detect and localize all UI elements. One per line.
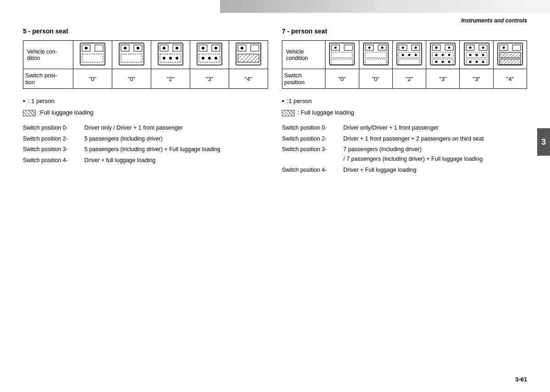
left-switch-descriptions: Switch position 0- Driver only / Driver … <box>23 123 268 165</box>
right-switch-val-5: "3" <box>460 69 493 89</box>
right-switch-val-4: "3" <box>426 69 460 89</box>
page-number: 3-61 <box>515 376 527 383</box>
svg-point-81 <box>469 61 471 63</box>
svg-point-51 <box>402 47 404 49</box>
switch-position-label: Switch posi-tion <box>23 69 73 89</box>
right-icon-cell-1 <box>325 41 359 69</box>
svg-rect-35 <box>330 43 354 65</box>
svg-rect-39 <box>331 52 352 58</box>
svg-point-27 <box>208 57 211 60</box>
right-section-title: 7 - person seat <box>282 27 527 35</box>
luggage-icon <box>23 110 36 116</box>
svg-point-38 <box>335 47 337 49</box>
legend-person-item: • : 1 person <box>23 96 268 106</box>
left-switch-line-4: Switch position 4- Driver + full luggage… <box>23 156 268 165</box>
right-legend: • :1 person : Full luggage loading <box>282 96 527 118</box>
svg-point-75 <box>482 47 484 49</box>
svg-point-17 <box>163 57 165 60</box>
right-table-row-switch: Switchposition "0" "0" "2" "3" "3" "4" <box>282 69 527 89</box>
right-switch-descriptions: Switch position 0- Driver only/Driver + … <box>282 123 527 174</box>
svg-point-70 <box>448 61 451 63</box>
right-icon-cell-3 <box>392 41 426 69</box>
svg-rect-47 <box>365 59 386 65</box>
right-switch-line-0: Switch position 0- Driver only/Driver + … <box>282 123 527 133</box>
svg-point-88 <box>502 47 505 49</box>
svg-point-56 <box>414 54 417 56</box>
right-luggage-icon <box>282 110 295 116</box>
svg-point-65 <box>442 54 444 56</box>
main-content: 5 - person seat Vehicle con-dition <box>23 27 527 369</box>
left-switch-line-3: Switch position 3- 5 passengers (includi… <box>23 145 268 154</box>
svg-point-66 <box>448 54 451 56</box>
right-icon-cell-5 <box>460 41 493 69</box>
right-legend-person-item: • :1 person <box>282 96 527 106</box>
right-seat-table: Vehiclecondition <box>282 40 527 89</box>
svg-point-24 <box>214 47 217 49</box>
svg-point-19 <box>176 57 178 60</box>
svg-point-79 <box>482 54 484 56</box>
icon-cell-2 <box>112 41 151 69</box>
left-section-title: 5 - person seat <box>23 27 268 35</box>
page-header: Instruments and controls <box>461 17 527 24</box>
right-switch-position-label: Switchposition <box>282 69 325 89</box>
switch-val-3: "2" <box>151 69 190 89</box>
svg-point-26 <box>202 57 204 60</box>
svg-rect-89 <box>500 52 521 58</box>
right-switch-val-6: "4" <box>493 69 527 89</box>
svg-rect-87 <box>512 45 521 50</box>
svg-rect-2 <box>95 45 103 51</box>
svg-point-44 <box>368 47 370 49</box>
svg-point-32 <box>241 47 243 49</box>
svg-point-15 <box>176 47 178 49</box>
svg-rect-40 <box>331 59 352 65</box>
right-switch-val-1: "0" <box>325 69 359 89</box>
svg-point-64 <box>435 54 438 56</box>
svg-rect-33 <box>238 54 259 62</box>
svg-point-82 <box>475 61 478 63</box>
svg-point-14 <box>163 47 165 49</box>
svg-point-3 <box>85 47 88 49</box>
svg-point-8 <box>124 47 126 49</box>
svg-point-78 <box>475 54 478 56</box>
svg-point-69 <box>442 61 444 63</box>
svg-rect-10 <box>121 54 142 62</box>
svg-point-28 <box>214 57 217 60</box>
svg-point-74 <box>469 47 471 49</box>
svg-point-61 <box>435 47 438 49</box>
svg-point-68 <box>435 61 438 63</box>
right-switch-line-2: Switch position 2- Driver + 1 front pass… <box>282 134 527 144</box>
svg-point-54 <box>402 54 404 56</box>
icon-cell-4 <box>190 41 229 69</box>
icon-cell-1 <box>73 41 112 69</box>
switch-val-5: "4" <box>229 69 268 89</box>
left-seat-table: Vehicle con-dition <box>23 40 268 89</box>
switch-val-4: "3" <box>190 69 229 89</box>
chapter-tab: 3 <box>537 128 550 156</box>
right-section: 7 - person seat Vehiclecondition <box>282 27 527 369</box>
legend-luggage-item: :Full luggage loading <box>23 108 268 118</box>
vehicle-condition-label: Vehicle con-dition <box>23 41 73 69</box>
right-icon-cell-4 <box>426 41 460 69</box>
svg-point-18 <box>169 57 172 60</box>
left-switch-line-0: Switch position 0- Driver only / Driver … <box>23 123 268 133</box>
top-gradient-bar <box>220 0 550 13</box>
right-switch-val-2: "0" <box>359 69 392 89</box>
svg-point-52 <box>414 47 417 49</box>
svg-point-55 <box>408 54 410 56</box>
svg-rect-4 <box>82 54 103 62</box>
left-section: 5 - person seat Vehicle con-dition <box>23 27 268 369</box>
right-icon-cell-6 <box>493 41 527 69</box>
right-table-row-icons: Vehiclecondition <box>282 41 527 69</box>
table-row-icons: Vehicle con-dition <box>23 41 268 69</box>
right-legend-luggage-item: : Full luggage loading <box>282 108 527 118</box>
svg-point-62 <box>448 47 451 49</box>
left-legend: • : 1 person :Full luggage loading <box>23 96 268 118</box>
svg-point-9 <box>137 47 139 49</box>
svg-rect-37 <box>344 45 352 50</box>
right-icon-cell-2 <box>359 41 392 69</box>
icon-cell-3 <box>151 41 190 69</box>
right-switch-line-3: Switch position 3- 7 passengers (includi… <box>282 145 527 163</box>
svg-rect-90 <box>500 59 521 65</box>
svg-rect-41 <box>363 43 388 65</box>
right-switch-line-4: Switch position 4- Driver + Full luggage… <box>282 165 527 175</box>
